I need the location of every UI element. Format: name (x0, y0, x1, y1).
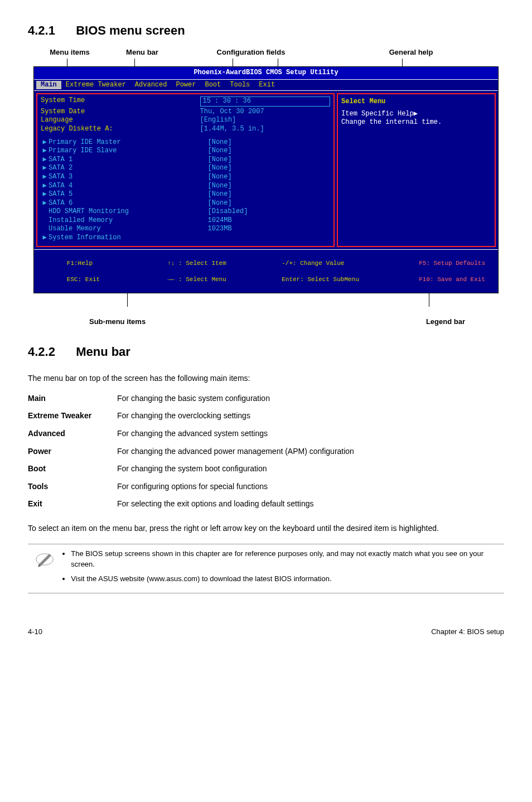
labels-bottom: Sub-menu items Legend bar (33, 317, 499, 327)
bios-menu-boot[interactable]: Boot (200, 81, 225, 90)
row-value: [None] (208, 138, 331, 147)
footer-select-menu: →← : Select Menu (167, 276, 226, 283)
note-box: The BIOS setup screens shown in this cha… (28, 544, 504, 593)
row-label[interactable]: Primary IDE Master (49, 138, 208, 147)
footer-esc: ESC: Exit (67, 276, 100, 283)
row-label: Installed Memory (49, 216, 208, 225)
footer-select-item: ↑↓ : Select Item (167, 260, 226, 267)
label-ticks-bottom (33, 293, 499, 307)
note-content: The BIOS setup screens shown in this cha… (61, 549, 504, 588)
page-footer: 4-10 Chapter 4: BIOS setup (28, 627, 504, 637)
menubar-key: Exit (28, 495, 117, 513)
row-value (208, 234, 331, 243)
row-label[interactable]: SATA 4 (49, 182, 208, 191)
row-label[interactable]: SATA 6 (49, 199, 208, 208)
row-value: [None] (208, 173, 331, 182)
labels-top: Menu items Menu bar Configuration fields… (33, 47, 499, 57)
menubar-key: Power (28, 443, 117, 461)
row-label[interactable]: Primary IDE Slave (49, 147, 208, 156)
row-value[interactable]: 15 : 30 : 36 (200, 96, 331, 107)
row-value: 1023MB (208, 225, 331, 234)
footer-change: -/+: Change Value (282, 260, 344, 267)
menubar-key: Boot (28, 460, 117, 478)
row-value: [None] (208, 199, 331, 208)
row-label[interactable]: SATA 3 (49, 173, 208, 182)
submenu-arrow-icon: ▶ (41, 234, 49, 243)
note-item: The BIOS setup screens shown in this cha… (71, 549, 504, 569)
row-value: [None] (208, 190, 331, 199)
submenu-arrow-icon: ▶ (41, 190, 49, 199)
row-label: System Time (41, 96, 200, 108)
row-value[interactable]: [1.44M, 3.5 in.] (200, 125, 331, 134)
menubar-desc: For selecting the exit options and loadi… (117, 495, 504, 513)
bios-menubar: Main Extreme Tweaker Advanced Power Boot… (34, 80, 498, 91)
row-value: [None] (208, 156, 331, 165)
right-pane-help-text: Change the internal time. (341, 118, 491, 127)
row-label[interactable]: System Information (49, 234, 208, 243)
menubar-table: MainFor changing the basic system config… (28, 390, 504, 513)
submenu-arrow-icon: ▶ (41, 182, 49, 191)
row-value: [Disabled] (208, 207, 331, 216)
menubar-key: Tools (28, 478, 117, 496)
label-menu-items: Menu items (33, 47, 106, 57)
row-label: Language (41, 116, 200, 125)
right-pane-help-label: Item Specific Help▶ (341, 110, 491, 119)
submenu-arrow-icon: ▶ (41, 173, 49, 182)
row-value: [None] (208, 147, 331, 156)
bios-menu-power[interactable]: Power (171, 81, 200, 90)
menubar-desc: For changing the system boot configurati… (117, 460, 504, 478)
bios-footer: F1:Help ESC: Exit ↑↓ : Select Item →← : … (34, 249, 498, 293)
section-heading-2: 4.2.2 Menu bar (28, 344, 504, 361)
menubar-desc: For changing the basic system configurat… (117, 390, 504, 408)
bios-title: Phoenix-AwardBIOS CMOS Setup Utility (34, 67, 498, 80)
row-value: [None] (208, 164, 331, 173)
label-legend-bar: Legend bar (426, 317, 465, 327)
footer-page-number: 4-10 (28, 627, 42, 637)
bios-menu-advanced[interactable]: Advanced (130, 81, 172, 90)
submenu-arrow-icon: ▶ (41, 156, 49, 165)
bios-menu-main[interactable]: Main (36, 81, 61, 90)
bios-menu-tools[interactable]: Tools (225, 81, 254, 90)
row-value[interactable]: [English] (200, 116, 331, 125)
row-label[interactable]: HDD SMART Monitoring (49, 207, 208, 216)
footer-chapter: Chapter 4: BIOS setup (431, 627, 504, 637)
menubar-desc: For configuring options for special func… (117, 478, 504, 496)
row-label[interactable]: SATA 1 (49, 156, 208, 165)
label-config-fields: Configuration fields (178, 47, 323, 57)
footer-f5: F5: Setup Defaults (419, 260, 485, 267)
submenu-arrow-icon: ▶ (41, 138, 49, 147)
footer-f1: F1:Help (67, 260, 93, 267)
bios-diagram: Menu items Menu bar Configuration fields… (33, 47, 499, 327)
submenu-arrow-icon: ▶ (41, 164, 49, 173)
row-label[interactable]: SATA 2 (49, 164, 208, 173)
bios-left-pane: System Time15 : 30 : 36 System DateThu, … (36, 93, 335, 247)
section-number: 4.2.1 (28, 22, 72, 40)
submenu-arrow-icon: ▶ (41, 199, 49, 208)
row-value[interactable]: Thu, Oct 30 2007 (200, 108, 331, 117)
section-number: 4.2.2 (28, 344, 72, 361)
pencil-icon (28, 549, 61, 572)
row-label: Usable Memory (49, 225, 208, 234)
label-ticks-top (33, 59, 499, 66)
row-label: System Date (41, 108, 200, 117)
label-menu-bar: Menu bar (106, 47, 178, 57)
label-submenu-items: Sub-menu items (89, 317, 146, 327)
section-title: Menu bar (76, 345, 130, 359)
right-pane-title: Select Menu (341, 98, 491, 107)
menubar-key: Advanced (28, 425, 117, 443)
submenu-arrow-icon: ▶ (41, 147, 49, 156)
bios-right-pane: Select Menu Item Specific Help▶ Change t… (337, 93, 496, 247)
footer-f10: F10: Save and Exit (419, 276, 485, 283)
section-title: BIOS menu screen (76, 23, 185, 37)
row-label: Legacy Diskette A: (41, 125, 200, 134)
bios-screen: Phoenix-AwardBIOS CMOS Setup Utility Mai… (33, 66, 499, 293)
bios-menu-exit[interactable]: Exit (254, 81, 279, 90)
note-item: Visit the ASUS website (www.asus.com) to… (71, 574, 504, 584)
bios-menu-extreme[interactable]: Extreme Tweaker (61, 81, 130, 90)
right-arrow-icon: ▶ (414, 110, 418, 118)
menubar-desc: For changing the advanced power manageme… (117, 443, 504, 461)
row-label[interactable]: SATA 5 (49, 190, 208, 199)
menubar-desc: For changing the overclocking settings (117, 407, 504, 425)
select-paragraph: To select an item on the menu bar, press… (28, 523, 504, 534)
row-value: [None] (208, 182, 331, 191)
